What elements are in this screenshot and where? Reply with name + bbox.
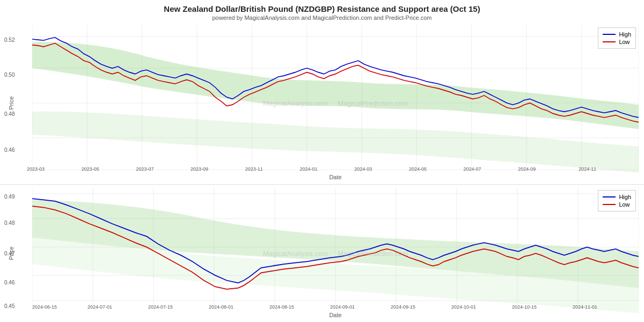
- top-y-label: Price: [8, 96, 14, 109]
- x-tick-2023-11: 2023-11: [245, 166, 263, 172]
- x-tick-2024-07: 2024-07: [464, 166, 481, 172]
- x-tick-2024-05: 2024-05: [409, 166, 427, 172]
- x-tick-2024-08-01: 2024-08-01: [209, 304, 233, 310]
- x-tick-2024-09-01: 2024-09-01: [330, 304, 355, 310]
- x-tick-2023-07: 2023-07: [136, 166, 153, 172]
- legend-low-label: Low: [619, 39, 630, 45]
- top-chart-inner: Price 0.52 0.50 0.48 0.46: [32, 25, 639, 181]
- legend-high: High: [603, 31, 631, 38]
- legend-low: Low: [603, 39, 631, 45]
- bottom-x-label: Date: [329, 312, 341, 318]
- x-tick-2024-11: 2024-11: [579, 166, 596, 172]
- legend-high-label: High: [619, 31, 631, 38]
- y-tick-048: 0.48: [4, 111, 14, 117]
- y-tick-046: 0.46: [4, 280, 14, 286]
- bottom-legend-high-line: [603, 196, 616, 197]
- x-tick-2024-03: 2024-03: [354, 166, 372, 172]
- x-tick-2024-09: 2024-09: [518, 166, 536, 172]
- top-x-label: Date: [329, 174, 341, 180]
- bottom-legend-high-label: High: [619, 194, 631, 200]
- x-tick-2023-03: 2023-03: [27, 166, 45, 172]
- x-tick-2024-07-15: 2024-07-15: [148, 304, 173, 310]
- x-tick-2024-11-01: 2024-11-01: [573, 304, 597, 310]
- title-section: New Zealand Dollar/British Pound (NZDGBP…: [0, 0, 644, 22]
- top-chart-svg: [32, 25, 639, 181]
- bottom-legend: High Low: [598, 190, 636, 211]
- x-tick-2024-10-15: 2024-10-15: [512, 304, 537, 310]
- top-legend: High Low: [598, 27, 636, 49]
- main-title: New Zealand Dollar/British Pound (NZDGBP…: [0, 4, 644, 13]
- y-tick-049: 0.49: [4, 194, 14, 200]
- x-tick-2024-09-15: 2024-09-15: [391, 304, 415, 310]
- y-tick-048: 0.48: [4, 220, 14, 226]
- y-tick-045: 0.45: [4, 303, 14, 309]
- bottom-legend-high: High: [603, 194, 631, 200]
- bottom-chart-container: Price 0.49 0.48 0.47 0.46 0.45: [0, 184, 644, 322]
- bottom-chart-inner: Price 0.49 0.48 0.47 0.46 0.45: [32, 187, 639, 319]
- x-tick-2024-08-15: 2024-08-15: [269, 304, 294, 310]
- x-tick-2024-07-01: 2024-07-01: [87, 304, 112, 310]
- x-tick-2024-10-01: 2024-10-01: [451, 304, 476, 310]
- legend-low-line: [603, 41, 616, 42]
- y-tick-052: 0.52: [4, 37, 14, 43]
- charts-wrapper: Price 0.52 0.50 0.48 0.46: [0, 22, 644, 322]
- top-chart-container: Price 0.52 0.50 0.48 0.46: [0, 22, 644, 184]
- bottom-legend-low-line: [603, 204, 616, 205]
- subtitle: powered by MagicalAnalysis.com and Magic…: [0, 14, 644, 21]
- legend-high-line: [603, 34, 616, 35]
- bottom-legend-low: Low: [603, 201, 631, 208]
- x-tick-2023-05: 2023-05: [82, 166, 99, 172]
- y-tick-046: 0.46: [4, 147, 14, 153]
- y-tick-047: 0.47: [4, 251, 14, 257]
- x-tick-2024-01: 2024-01: [300, 166, 318, 172]
- x-tick-2024-06-15: 2024-06-15: [32, 304, 57, 310]
- x-tick-2023-09: 2023-09: [191, 166, 208, 172]
- main-container: New Zealand Dollar/British Pound (NZDGBP…: [0, 0, 644, 322]
- bottom-legend-low-label: Low: [619, 201, 630, 208]
- y-tick-050: 0.50: [4, 72, 14, 78]
- bottom-chart-svg: [32, 187, 639, 319]
